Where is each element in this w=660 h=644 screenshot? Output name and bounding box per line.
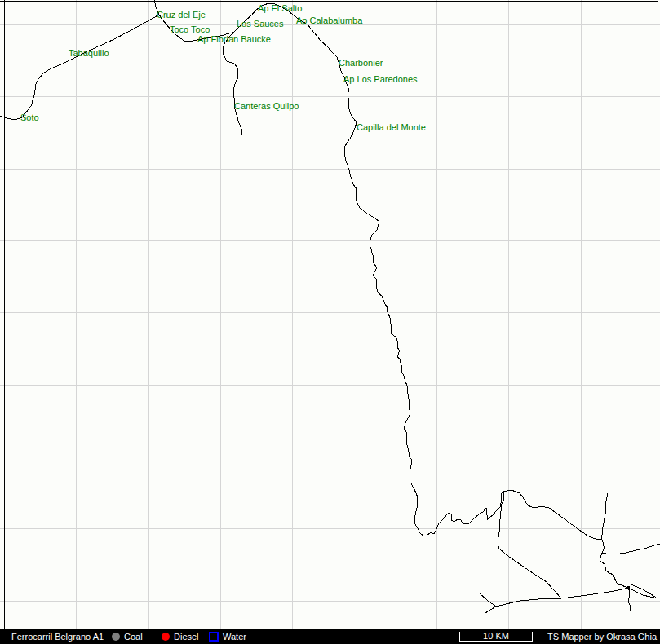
water-icon — [209, 632, 219, 642]
map-scale-bar: 10 KM — [459, 632, 533, 642]
railway-main-line — [159, 3, 628, 588]
railway-map-svg — [0, 0, 660, 629]
map-canvas[interactable]: Cruz del EjeToco TocoLos SaucesAp El Sal… — [0, 0, 660, 629]
station-label: Soto — [20, 113, 39, 122]
railway-corner-wye — [629, 584, 658, 598]
junction-marker — [627, 586, 630, 589]
railway-south-fork-tip — [485, 607, 496, 613]
station-label: Ap Calabalumba — [296, 16, 362, 25]
station-label: Charbonier — [339, 59, 383, 68]
station-label: Los Sauces — [237, 20, 283, 29]
status-bar: Ferrocarril Belgrano A1 Coal Diesel Wate… — [0, 629, 660, 644]
railway-south-exit — [628, 588, 631, 626]
diesel-icon — [162, 633, 170, 641]
station-label: Canteras Quilpo — [234, 102, 299, 111]
station-label: Ap Florian Baucke — [197, 35, 271, 44]
station-label: Toco Toco — [170, 25, 210, 34]
station-label: Tabaquillo — [69, 49, 109, 58]
legend-item-coal: Coal — [112, 629, 143, 644]
legend-item-water: Water — [209, 629, 246, 644]
railway-west-line — [0, 15, 159, 120]
legend-item-diesel: Diesel — [162, 629, 199, 644]
railway-south-diagonal — [498, 491, 560, 598]
station-label: Ap El Salto — [258, 4, 302, 13]
station-label: Capilla del Monte — [357, 123, 426, 132]
scale-label: 10 KM — [483, 631, 509, 641]
app-credit: TS Mapper by Okrasa Ghia — [547, 629, 657, 644]
station-label: Ap Los Paredones — [343, 75, 418, 84]
legend-label-water: Water — [223, 629, 246, 644]
railway-east-edge-line — [602, 544, 660, 554]
railway-canteras-quilpo-branch — [223, 32, 242, 135]
route-title: Ferrocarril Belgrano A1 — [11, 629, 104, 644]
legend-label-coal: Coal — [124, 629, 143, 644]
coal-icon — [112, 633, 120, 641]
station-label: Cruz del Eje — [157, 11, 206, 20]
ts-mapper-window: Cruz del EjeToco TocoLos SaucesAp El Sal… — [0, 0, 660, 644]
railway-north-stub — [601, 493, 608, 539]
legend-label-diesel: Diesel — [174, 629, 199, 644]
